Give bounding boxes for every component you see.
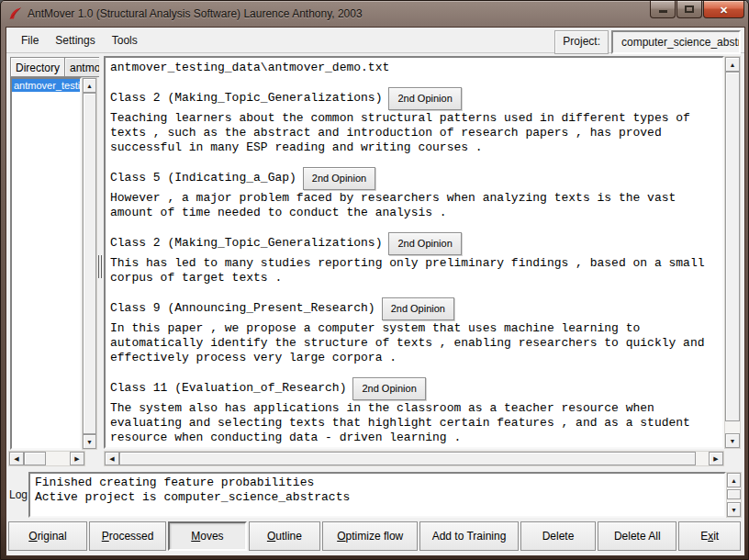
- move-section: Class 5 (Indicating_a_Gap) 2nd Opinion H…: [110, 168, 718, 220]
- down-arrow-icon: ▼: [86, 439, 93, 445]
- project-label: Project:: [554, 30, 609, 54]
- delete-button[interactable]: Delete: [520, 521, 597, 551]
- maximize-button[interactable]: [676, 1, 702, 18]
- minimize-button[interactable]: [650, 1, 676, 18]
- sentence-text: This has led to many studies reporting o…: [110, 256, 718, 286]
- exit-button[interactable]: Exit: [678, 521, 741, 551]
- scroll-right-button[interactable]: ▶: [709, 452, 723, 465]
- menubar: File Settings Tools Project: computer_sc…: [6, 28, 744, 53]
- scroll-left-button[interactable]: ◀: [105, 452, 119, 465]
- down-arrow-icon: ▼: [730, 438, 736, 444]
- scroll-track[interactable]: [119, 452, 709, 465]
- scroll-down-button[interactable]: ▼: [727, 502, 741, 517]
- maximize-icon: [685, 6, 694, 13]
- log-output[interactable]: Finished creating feature probabilities …: [28, 472, 726, 518]
- move-section: Class 2 (Making_Topic_Generalizations) 2…: [110, 88, 718, 155]
- optimize-flow-button[interactable]: Optimize flow: [322, 521, 418, 551]
- scroll-thumb[interactable]: [24, 452, 46, 465]
- scroll-track[interactable]: [725, 72, 740, 433]
- add-to-training-button[interactable]: Add to Training: [419, 521, 518, 551]
- up-arrow-icon: ▲: [86, 83, 93, 89]
- scroll-thumb[interactable]: [119, 452, 696, 465]
- second-opinion-button[interactable]: 2nd Opinion: [388, 232, 461, 255]
- scroll-thumb[interactable]: [727, 489, 741, 499]
- directory-listbox[interactable]: antmover_testin: [10, 77, 82, 450]
- pane-sash[interactable]: [97, 255, 104, 278]
- close-icon: ✕: [720, 5, 728, 16]
- move-section: Class 2 (Making_Topic_Generalizations) 2…: [110, 233, 718, 286]
- titlebar[interactable]: AntMover 1.0 (Structural Analysis Softwa…: [1, 1, 749, 27]
- move-section: Class 9 (Announcing_Present_Research) 2n…: [110, 298, 718, 365]
- window-title: AntMover 1.0 (Structural Analysis Softwa…: [28, 7, 363, 20]
- original-button[interactable]: Original: [8, 521, 87, 551]
- menu-tools[interactable]: Tools: [105, 30, 145, 50]
- sentence-text: Teaching learners about the common struc…: [110, 111, 718, 155]
- sidebar-horizontal-scrollbar[interactable]: ◀ ▶: [8, 451, 85, 466]
- minimize-icon: [659, 10, 667, 13]
- main-horizontal-scrollbar[interactable]: ◀ ▶: [104, 451, 724, 466]
- right-arrow-icon: ▶: [74, 455, 79, 462]
- up-arrow-icon: ▲: [731, 477, 737, 484]
- delete-all-button[interactable]: Delete All: [598, 521, 676, 551]
- scroll-left-button[interactable]: ◀: [9, 452, 24, 465]
- down-arrow-icon: ▼: [731, 507, 737, 513]
- second-opinion-button[interactable]: 2nd Opinion: [352, 377, 425, 400]
- main-vertical-scrollbar[interactable]: ▲ ▼: [724, 56, 741, 449]
- class-heading: Class 9 (Announcing_Present_Research): [110, 301, 375, 316]
- sentence-text: In this paper , we propose a computer sy…: [110, 321, 718, 365]
- moves-button[interactable]: Moves: [168, 521, 246, 551]
- sentence-text: The system also has applications in the …: [110, 401, 718, 445]
- scroll-up-button[interactable]: ▲: [83, 78, 96, 93]
- log-label: Log: [9, 488, 28, 501]
- left-arrow-icon: ◀: [14, 455, 18, 462]
- class-heading: Class 11 (Evaluation_of_Research): [110, 381, 346, 396]
- log-vertical-scrollbar[interactable]: ▲ ▼: [726, 472, 742, 518]
- left-arrow-icon: ◀: [109, 455, 114, 462]
- scroll-up-button[interactable]: ▲: [725, 57, 740, 72]
- menu-file[interactable]: File: [14, 30, 46, 50]
- sidebar-tabs: Directory antmover: [10, 57, 99, 77]
- class-heading: Class 2 (Making_Topic_Generalizations): [110, 236, 382, 251]
- scroll-down-button[interactable]: ▼: [725, 433, 740, 448]
- scroll-track[interactable]: [24, 452, 70, 465]
- list-item-selected[interactable]: antmover_testin: [12, 79, 80, 92]
- scroll-right-button[interactable]: ▶: [70, 452, 84, 465]
- scroll-thumb[interactable]: [725, 72, 740, 421]
- class-heading: Class 5 (Indicating_a_Gap): [110, 171, 296, 185]
- second-opinion-button[interactable]: 2nd Opinion: [303, 167, 375, 190]
- file-path: antmover_testing_data\antmover_demo.txt: [110, 61, 718, 75]
- app-window: AntMover 1.0 (Structural Analysis Softwa…: [0, 0, 749, 560]
- client-area: File Settings Tools Project: computer_sc…: [6, 27, 745, 556]
- sentence-text: However , a major problem faced by resea…: [110, 191, 718, 220]
- scroll-down-button[interactable]: ▼: [83, 434, 96, 449]
- menu-settings[interactable]: Settings: [48, 30, 102, 50]
- tab-antmover[interactable]: antmover: [65, 57, 99, 77]
- close-button[interactable]: ✕: [703, 1, 744, 18]
- sidebar-vertical-scrollbar[interactable]: ▲ ▼: [82, 77, 97, 450]
- up-arrow-icon: ▲: [730, 62, 736, 68]
- log-line: Finished creating feature probabilities: [35, 476, 720, 490]
- scroll-track[interactable]: [727, 487, 741, 502]
- scroll-track[interactable]: [83, 93, 96, 434]
- project-bar: Project: computer_science_abstracts: [554, 30, 741, 54]
- class-heading: Class 2 (Making_Topic_Generalizations): [110, 91, 382, 106]
- scroll-up-button[interactable]: ▲: [727, 473, 741, 487]
- right-arrow-icon: ▶: [713, 455, 718, 462]
- moves-text-view[interactable]: antmover_testing_data\antmover_demo.txt …: [104, 56, 724, 449]
- second-opinion-button[interactable]: 2nd Opinion: [382, 297, 454, 320]
- processed-button[interactable]: Processed: [89, 521, 166, 551]
- tk-feather-icon: [7, 6, 22, 21]
- window-controls: ✕: [650, 1, 744, 18]
- project-name-field[interactable]: computer_science_abstracts: [611, 30, 741, 54]
- outline-button[interactable]: Outline: [249, 521, 320, 551]
- scroll-thumb[interactable]: [83, 93, 96, 434]
- log-line: Active project is computer_science_abstr…: [35, 490, 720, 505]
- second-opinion-button[interactable]: 2nd Opinion: [388, 87, 461, 110]
- tab-directory[interactable]: Directory: [10, 57, 65, 77]
- move-section: Class 11 (Evaluation_of_Research) 2nd Op…: [110, 378, 718, 445]
- bottom-toolbar: Original Processed Moves Outline Optimiz…: [8, 521, 741, 551]
